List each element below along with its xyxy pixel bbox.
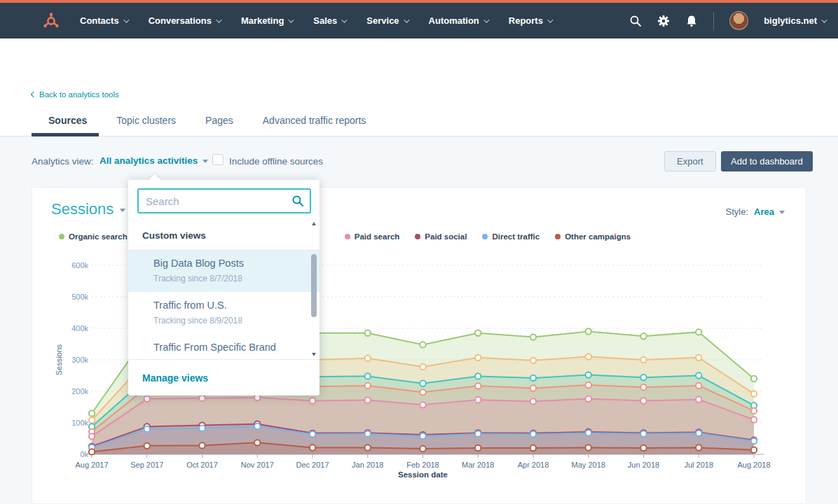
data-point[interactable] [751, 408, 757, 414]
data-point[interactable] [586, 396, 591, 402]
data-point[interactable] [530, 358, 536, 363]
data-point[interactable] [751, 438, 757, 444]
data-point[interactable] [420, 446, 425, 451]
add-to-dashboard-button[interactable]: Add to dashboard [721, 151, 813, 172]
legend-item-paid-search[interactable]: Paid search [345, 232, 400, 241]
export-button[interactable]: Export [664, 151, 716, 172]
legend-item-direct-traffic[interactable]: Direct traffic [482, 232, 540, 241]
back-to-analytics-link[interactable]: Back to analytics tools [32, 90, 119, 99]
chart-metric-dropdown[interactable]: Sessions [51, 200, 125, 218]
data-point[interactable] [751, 376, 757, 382]
nav-item-automation[interactable]: Automation [429, 15, 488, 26]
data-point[interactable] [640, 398, 646, 403]
manage-views-link[interactable]: Manage views [142, 372, 208, 384]
scroll-up-icon[interactable] [312, 222, 316, 225]
data-point[interactable] [254, 440, 260, 445]
data-point[interactable] [144, 443, 150, 449]
search-icon[interactable] [629, 15, 642, 27]
data-point[interactable] [365, 444, 371, 450]
legend-item-organic-search[interactable]: Organic search [59, 232, 128, 241]
include-offline-sources-checkbox[interactable] [212, 154, 224, 165]
data-point[interactable] [696, 397, 701, 402]
data-point[interactable] [475, 383, 481, 388]
data-point[interactable] [144, 396, 150, 402]
data-point[interactable] [475, 445, 481, 451]
data-point[interactable] [89, 410, 95, 416]
scrollbar-thumb[interactable] [311, 254, 317, 317]
tab-pages[interactable]: Pages [205, 115, 233, 126]
custom-view-item[interactable]: Big Data Blog PostsTracking since 8/7/20… [128, 250, 320, 292]
data-point[interactable] [586, 372, 591, 377]
data-point[interactable] [640, 431, 646, 437]
data-point[interactable] [530, 334, 536, 340]
data-point[interactable] [310, 398, 315, 403]
analytics-view-dropdown[interactable]: All analytics activities [99, 155, 208, 166]
data-point[interactable] [640, 374, 646, 380]
data-point[interactable] [475, 373, 481, 379]
custom-view-item[interactable]: Traffic from U.S.Tracking since 8/9/2018 [128, 292, 320, 334]
hubspot-logo-icon[interactable] [42, 12, 60, 30]
data-point[interactable] [586, 382, 591, 388]
tab-sources[interactable]: Sources [48, 115, 87, 126]
nav-item-conversations[interactable]: Conversations [149, 15, 220, 26]
data-point[interactable] [640, 357, 646, 363]
data-point[interactable] [586, 444, 591, 450]
tab-advanced-traffic-reports[interactable]: Advanced traffic reports [263, 115, 366, 126]
data-point[interactable] [475, 330, 481, 336]
data-point[interactable] [89, 433, 95, 439]
data-point[interactable] [586, 328, 591, 334]
data-point[interactable] [420, 381, 425, 386]
data-point[interactable] [530, 398, 536, 404]
data-point[interactable] [530, 431, 536, 437]
style-dropdown[interactable]: Area [754, 206, 785, 217]
notifications-bell-icon[interactable] [685, 15, 698, 27]
data-point[interactable] [640, 384, 646, 390]
tab-topic-clusters[interactable]: Topic clusters [116, 115, 176, 126]
data-point[interactable] [475, 397, 481, 402]
data-point[interactable] [365, 330, 371, 336]
data-point[interactable] [365, 397, 371, 402]
data-point[interactable] [586, 430, 591, 435]
dropdown-scrollbar[interactable] [311, 222, 317, 356]
view-search-input[interactable] [137, 188, 311, 214]
data-point[interactable] [530, 445, 536, 451]
data-point[interactable] [365, 383, 371, 388]
data-point[interactable] [254, 424, 260, 429]
data-point[interactable] [420, 389, 425, 395]
data-point[interactable] [696, 444, 701, 450]
data-point[interactable] [751, 391, 757, 396]
data-point[interactable] [420, 402, 425, 407]
data-point[interactable] [420, 342, 425, 347]
data-point[interactable] [696, 430, 701, 436]
data-point[interactable] [586, 354, 591, 359]
data-point[interactable] [696, 372, 701, 378]
gear-icon[interactable] [657, 15, 670, 27]
data-point[interactable] [696, 329, 701, 335]
data-point[interactable] [475, 431, 481, 437]
nav-item-marketing[interactable]: Marketing [241, 15, 292, 26]
data-point[interactable] [365, 373, 371, 379]
legend-item-paid-social[interactable]: Paid social [415, 232, 467, 241]
data-point[interactable] [530, 385, 536, 391]
data-point[interactable] [199, 442, 205, 448]
data-point[interactable] [696, 355, 701, 360]
data-point[interactable] [144, 426, 150, 432]
data-point[interactable] [751, 416, 757, 422]
nav-item-sales[interactable]: Sales [313, 15, 345, 26]
data-point[interactable] [254, 395, 260, 400]
data-point[interactable] [89, 449, 95, 454]
data-point[interactable] [199, 425, 205, 430]
data-point[interactable] [310, 444, 315, 450]
data-point[interactable] [365, 356, 371, 361]
scroll-down-icon[interactable] [312, 353, 316, 356]
data-point[interactable] [475, 355, 481, 360]
account-menu[interactable]: biglytics.net [764, 15, 825, 26]
data-point[interactable] [89, 417, 95, 423]
nav-item-contacts[interactable]: Contacts [80, 15, 128, 26]
data-point[interactable] [640, 333, 646, 339]
nav-item-reports[interactable]: Reports [509, 15, 551, 26]
user-avatar[interactable] [729, 11, 748, 30]
data-point[interactable] [640, 445, 646, 451]
data-point[interactable] [199, 396, 205, 401]
data-point[interactable] [751, 447, 757, 453]
